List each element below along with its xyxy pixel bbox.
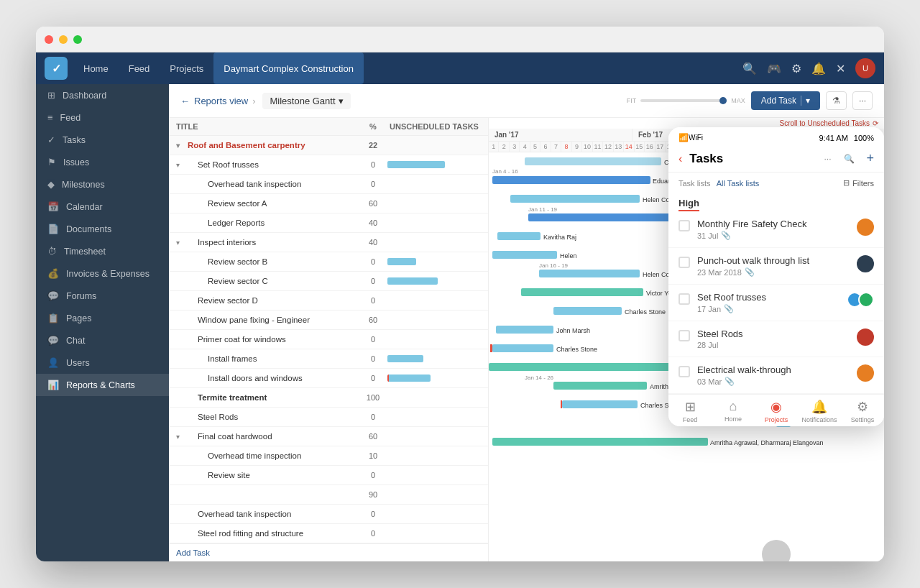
- wifi-icon: WiFi: [689, 134, 703, 142]
- task-name: Final coat hardwood: [188, 432, 359, 441]
- sidebar-item-forums[interactable]: 💬 Forums: [36, 285, 169, 307]
- sidebar-item-users[interactable]: 👤 Users: [36, 352, 169, 374]
- close-btn[interactable]: [45, 35, 53, 44]
- list-item[interactable]: Monthly Fire Safety Check 31 Jul 📎: [668, 211, 884, 248]
- filter-button[interactable]: ⚗: [826, 91, 847, 110]
- table-row[interactable]: 90: [169, 485, 488, 505]
- add-task-dropdown-icon[interactable]: ▾: [801, 96, 810, 106]
- table-row[interactable]: ▾ Inspect interiors 40: [169, 233, 488, 252]
- all-task-lists-link[interactable]: All Task lists: [717, 179, 760, 188]
- view-selector[interactable]: Milestone Gantt ▾: [262, 93, 350, 109]
- table-row[interactable]: Review site 0: [169, 466, 488, 485]
- expand-icon[interactable]: ▾: [176, 433, 185, 441]
- sidebar-item-tasks[interactable]: ✓ Tasks: [36, 129, 169, 151]
- list-item[interactable]: Electrical walk-through 03 Mar 📎: [668, 357, 884, 394]
- task-name: Window pane fixing - Engineer: [188, 316, 359, 324]
- task-name: Set Roof trusses: [188, 160, 359, 169]
- table-row[interactable]: ▾ Roof and Basement carpentry 22: [169, 136, 488, 155]
- task-name: Review sector D: [188, 296, 359, 305]
- sidebar-item-feed[interactable]: ≡ Feed: [36, 106, 169, 129]
- table-row[interactable]: Review sector D 0: [169, 291, 488, 311]
- table-row[interactable]: ▾ Set Roof trusses 0: [169, 155, 488, 175]
- add-task-button[interactable]: Add Task ▾: [751, 91, 820, 110]
- sidebar-item-issues[interactable]: ⚑ Issues: [36, 151, 169, 173]
- table-row[interactable]: ▾ Final coat hardwood 60: [169, 427, 488, 446]
- mobile-filter-button[interactable]: ⊟ Filters: [843, 178, 874, 188]
- mobile-nav-home[interactable]: ⌂ Home: [712, 399, 755, 423]
- table-row[interactable]: Review sector B 0: [169, 252, 488, 272]
- nav-projects[interactable]: Projects: [160, 52, 213, 84]
- avatar: [858, 292, 874, 308]
- sidebar-item-documents[interactable]: 📄 Documents: [36, 218, 169, 240]
- projects-nav-icon: ◉: [770, 399, 782, 415]
- expand-icon[interactable]: ▾: [176, 161, 185, 169]
- gamepad-icon[interactable]: 🎮: [767, 62, 781, 75]
- search-icon[interactable]: 🔍: [742, 62, 757, 75]
- pages-icon: 📋: [47, 313, 59, 323]
- mobile-header: ‹ Tasks ··· 🔍 +: [668, 145, 884, 173]
- sidebar-item-pages[interactable]: 📋 Pages: [36, 307, 169, 329]
- sidebar-item-chat[interactable]: 💬 Chat: [36, 329, 169, 352]
- settings-icon[interactable]: ⚙: [791, 62, 801, 75]
- list-item[interactable]: Punch-out walk through list 23 Mar 2018 …: [668, 248, 884, 285]
- mobile-more-button[interactable]: ···: [824, 154, 831, 164]
- table-row[interactable]: Review sector C 0: [169, 272, 488, 291]
- table-row[interactable]: Overhead tank inspection 0: [169, 175, 488, 194]
- list-item[interactable]: Set Roof trusses 17 Jan 📎: [668, 285, 884, 321]
- mobile-search-button[interactable]: 🔍: [844, 154, 855, 164]
- reports-view-link[interactable]: Reports view: [194, 96, 248, 106]
- mobile-task-info: Steel Rods 28 Jul: [697, 329, 850, 349]
- table-row[interactable]: Steel rod fitting and structure 0: [169, 524, 488, 543]
- table-row[interactable]: Review sector A 60: [169, 194, 488, 213]
- nav-project-name[interactable]: Daymart Complex Construction: [213, 52, 364, 84]
- table-row[interactable]: Termite treatment 100: [169, 388, 488, 408]
- mobile-nav-projects[interactable]: ◉ Projects: [755, 399, 798, 423]
- mobile-task-checkbox[interactable]: [678, 220, 690, 231]
- expand-icon[interactable]: ▾: [176, 142, 185, 150]
- task-name: Steel rod fitting and structure: [188, 529, 359, 538]
- zoom-slider-container: FIT MAX: [627, 97, 745, 104]
- sidebar-item-dashboard[interactable]: ⊞ Dashboard: [36, 84, 169, 106]
- mobile-task-checkbox[interactable]: [678, 330, 690, 341]
- task-bar-cell: [387, 275, 481, 288]
- timesheet-icon: ⏱: [47, 246, 57, 257]
- mobile-task-checkbox[interactable]: [678, 293, 690, 305]
- close-icon[interactable]: ✕: [836, 62, 845, 75]
- table-row[interactable]: Install doors and windows 0: [169, 369, 488, 388]
- sidebar-item-reports[interactable]: 📊 Reports & Charts: [36, 374, 169, 396]
- back-arrow[interactable]: ←: [180, 96, 190, 106]
- table-row[interactable]: Overhead time inspection 10: [169, 446, 488, 466]
- sidebar-item-timesheet[interactable]: ⏱ Timesheet: [36, 240, 169, 262]
- mobile-task-checkbox[interactable]: [678, 257, 690, 268]
- mobile-add-button[interactable]: +: [866, 151, 874, 166]
- mobile-back-button[interactable]: ‹: [678, 152, 682, 165]
- bell-icon[interactable]: 🔔: [811, 62, 826, 75]
- more-options-button[interactable]: ···: [852, 91, 873, 110]
- table-row[interactable]: Overhead tank inspection 0: [169, 505, 488, 524]
- nav-feed[interactable]: Feed: [119, 52, 160, 84]
- sidebar-item-calendar[interactable]: 📅 Calendar: [36, 196, 169, 218]
- table-row[interactable]: Window pane fixing - Engineer 60: [169, 311, 488, 330]
- user-avatar[interactable]: U: [855, 58, 875, 78]
- table-row[interactable]: Install frames 0: [169, 349, 488, 369]
- maximize-btn[interactable]: [73, 35, 82, 44]
- table-row[interactable]: Primer coat for windows 0: [169, 330, 488, 349]
- zoom-slider[interactable]: [640, 99, 727, 102]
- table-row[interactable]: Ledger Reports 40: [169, 213, 488, 233]
- nav-home[interactable]: Home: [73, 52, 119, 84]
- expand-icon[interactable]: ▾: [176, 239, 185, 247]
- list-item[interactable]: Steel Rods 28 Jul: [668, 321, 884, 357]
- task-bar-cell: [387, 430, 481, 443]
- add-task-link[interactable]: Add Task: [169, 543, 488, 561]
- mobile-task-checkbox[interactable]: [678, 366, 690, 377]
- svg-rect-8: [528, 213, 672, 221]
- svg-rect-38: [492, 438, 708, 446]
- minimize-btn[interactable]: [59, 35, 68, 44]
- task-bar-cell: [387, 527, 481, 540]
- mobile-nav-settings[interactable]: ⚙ Settings: [841, 399, 884, 423]
- mobile-nav-feed[interactable]: ⊞ Feed: [668, 399, 712, 423]
- table-row[interactable]: Steel Rods 0: [169, 408, 488, 427]
- sidebar-item-invoices[interactable]: 💰 Invoices & Expenses: [36, 262, 169, 285]
- sidebar-item-milestones[interactable]: ◆ Milestones: [36, 173, 169, 196]
- mobile-nav-notifications[interactable]: 🔔 Notifications: [798, 399, 841, 423]
